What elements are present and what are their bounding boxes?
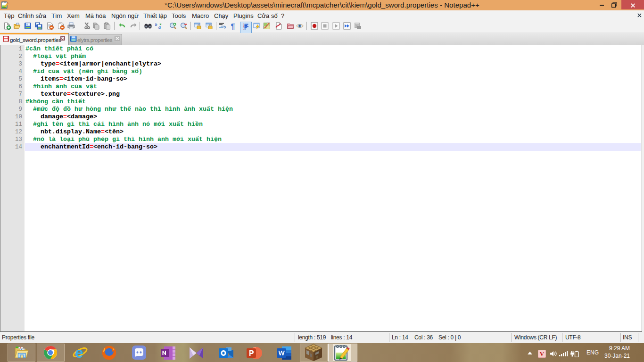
- svg-text:b: b: [155, 22, 157, 27]
- svg-text:e: e: [75, 345, 83, 361]
- svg-text:a: a: [158, 25, 161, 30]
